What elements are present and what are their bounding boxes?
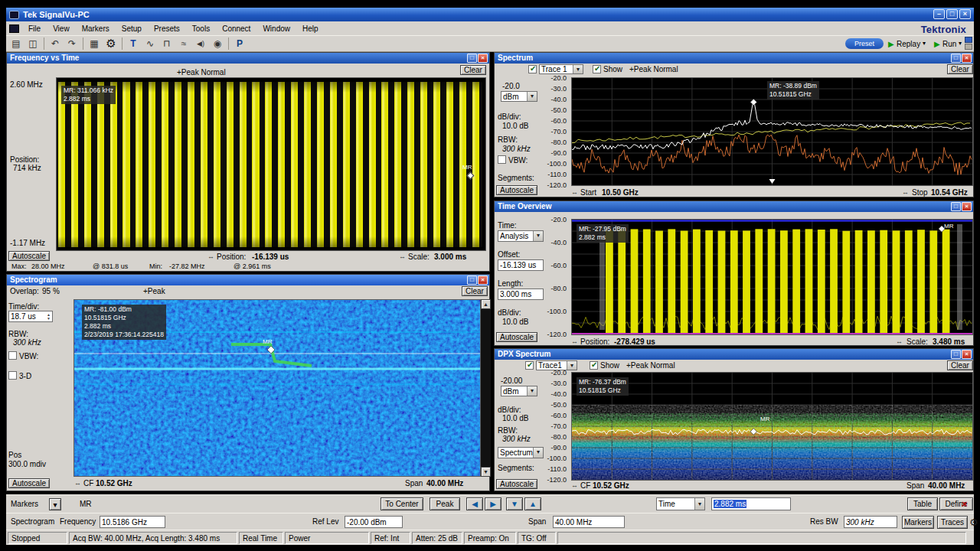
panel-close-icon[interactable]: ×	[962, 54, 972, 63]
peak-lower-icon[interactable]: ▼	[506, 497, 523, 510]
preset-button[interactable]: Preset	[845, 38, 884, 49]
pan-icon[interactable]: ↔	[207, 253, 214, 260]
trace-checkbox[interactable]	[525, 361, 534, 370]
frequency-input[interactable]: 10.5186 GHz	[100, 516, 165, 528]
vbw-checkbox[interactable]	[8, 351, 17, 360]
time-select[interactable]: Analysis▾	[498, 230, 544, 242]
show-checkbox[interactable]	[590, 361, 598, 370]
clear-button[interactable]: Clear	[947, 64, 973, 74]
dpx-plot[interactable]: MR: -76.37 dBm 10.51815 GHz MR	[571, 372, 973, 481]
redo-icon[interactable]: ↷	[64, 37, 80, 51]
dpx-title-bar[interactable]: DPX Spectrum □ ×	[495, 349, 973, 360]
units-select[interactable]: dBm▾	[501, 386, 537, 396]
spectrogram-title-bar[interactable]: Spectrogram □ ×	[7, 275, 489, 285]
rbw-value[interactable]: 300 kHz	[13, 338, 41, 347]
to-center-button[interactable]: To Center	[381, 497, 423, 510]
menu-presets[interactable]: Presets	[148, 23, 186, 34]
autoscale-button[interactable]: Autoscale	[496, 332, 537, 342]
offset-input[interactable]: -16.139 us	[498, 259, 544, 271]
presets-p-icon[interactable]: P	[231, 37, 248, 51]
save-icon[interactable]: ◫	[24, 37, 41, 51]
define-button[interactable]: Define	[939, 497, 973, 510]
traces-button[interactable]: Traces	[937, 516, 968, 529]
spectrogram-plot[interactable]: MR: -81.00 dBm 10.51815 GHz 2.882 ms 2/2…	[74, 299, 481, 477]
layout-mini-button-1[interactable]	[965, 37, 972, 43]
3d-checkbox[interactable]	[8, 371, 17, 380]
minimize-icon[interactable]: –	[933, 9, 945, 19]
scroll-down-icon[interactable]: ▼	[481, 467, 491, 477]
run-dropdown-icon[interactable]: ▾	[959, 40, 962, 47]
layout-mini-button-2[interactable]	[965, 44, 972, 50]
marker-table-icon[interactable]: T	[125, 37, 142, 51]
panel-restore-icon[interactable]: □	[951, 350, 961, 359]
markers-dropdown-icon[interactable]: ▾	[49, 498, 61, 510]
clear-button[interactable]: Clear	[462, 286, 488, 296]
span-value[interactable]: 40.00 MHz	[426, 479, 463, 487]
span-value[interactable]: 40.00 MHz	[928, 481, 965, 490]
markers-panel-button[interactable]: Markers	[902, 516, 934, 529]
scroll-up-icon[interactable]: ▲	[481, 299, 491, 309]
undo-icon[interactable]: ↶	[47, 37, 64, 51]
windows-layout-icon[interactable]: ▦	[86, 37, 103, 51]
menu-help[interactable]: Help	[296, 23, 325, 34]
stop-value[interactable]: 10.54 GHz	[931, 188, 968, 197]
ref-level-value[interactable]: -20.0	[502, 82, 520, 90]
scale-icon[interactable]: ↔	[896, 337, 903, 345]
pan-icon[interactable]: ↔	[571, 188, 578, 196]
menu-markers[interactable]: Markers	[76, 23, 116, 34]
spectrum-icon[interactable]: ≈	[175, 37, 192, 51]
run-button[interactable]: Run	[942, 40, 956, 48]
time-overview-plot[interactable]: MR: -27.95 dBm 2.882 ms MR	[571, 219, 973, 335]
panel-close-icon[interactable]: ×	[478, 54, 488, 63]
spinner-icon[interactable]: ▲▼	[47, 313, 51, 321]
start-value[interactable]: 10.50 GHz	[602, 188, 639, 197]
pan-icon[interactable]: ↔	[571, 337, 578, 345]
x-position-value[interactable]: -16.139 us	[252, 253, 289, 261]
db-div-value[interactable]: 10.0 dB	[502, 414, 528, 422]
pulse-icon[interactable]: ⊓	[158, 37, 175, 51]
panel-restore-icon[interactable]: □	[951, 202, 961, 211]
rbw-value[interactable]: 300 kHz	[502, 145, 531, 153]
spectrum-plot[interactable]: MR: -38.89 dBm 10.51815 GHz	[571, 77, 973, 186]
length-input[interactable]: 3.000 ms	[498, 289, 544, 300]
time-div-input[interactable]: 18.7 us ▲▼	[8, 311, 53, 322]
pan-icon[interactable]: ↔	[902, 188, 909, 196]
x-scale-value[interactable]: 3.000 ms	[434, 253, 466, 261]
db-div-value[interactable]: 10.0 dB	[502, 318, 528, 326]
pan-icon[interactable]: ↔	[571, 481, 578, 489]
rbw-value[interactable]: 300 kHz	[502, 435, 531, 443]
show-checkbox[interactable]	[593, 65, 601, 73]
replay-button[interactable]: Replay	[897, 40, 920, 48]
freq-vs-time-icon[interactable]: ∿	[142, 37, 158, 51]
peak-right-icon[interactable]: ▶	[485, 497, 501, 510]
panel-close-icon[interactable]: ×	[478, 276, 488, 285]
table-button[interactable]: Table	[907, 497, 938, 510]
print-icon[interactable]: ▤	[8, 37, 24, 51]
run-play-icon[interactable]: ▶	[934, 40, 940, 48]
camera-icon[interactable]: ◉	[209, 37, 226, 51]
marker-axis-select[interactable]: Time▾	[656, 497, 705, 510]
system-menu-icon[interactable]	[9, 24, 19, 33]
close-icon[interactable]: ×	[959, 9, 971, 19]
panel-close-icon[interactable]: ×	[962, 202, 972, 211]
peak-higher-icon[interactable]: ▲	[524, 497, 541, 510]
span-input[interactable]: 40.00 MHz	[553, 516, 625, 528]
gear-icon[interactable]: ⚙	[969, 517, 978, 528]
frequency-vs-time-title-bar[interactable]: Frequency vs Time □ ×	[7, 53, 489, 64]
peak-left-icon[interactable]: ◀	[466, 497, 483, 510]
autoscale-button[interactable]: Autoscale	[496, 185, 537, 195]
position-value[interactable]: -278.429 us	[614, 337, 655, 346]
panel-restore-icon[interactable]: □	[467, 54, 477, 63]
maximize-icon[interactable]: □	[946, 9, 958, 19]
replay-dropdown-icon[interactable]: ▾	[923, 40, 926, 47]
vbw-checkbox[interactable]	[498, 155, 506, 164]
cf-value[interactable]: 10.52 GHz	[96, 479, 132, 487]
marker-position-input[interactable]: 2.882 ms	[711, 497, 791, 510]
peak-button[interactable]: Peak	[430, 497, 460, 510]
menu-setup[interactable]: Setup	[116, 23, 148, 34]
replay-play-icon[interactable]: ▶	[888, 40, 894, 48]
window-title-bar[interactable]: Tek SignalVu-PC – □ ×	[6, 8, 974, 21]
menu-tools[interactable]: Tools	[186, 23, 216, 34]
time-overview-title-bar[interactable]: Time Overview □ ×	[495, 201, 973, 212]
settings-gear-icon[interactable]: ⚙	[103, 37, 119, 51]
